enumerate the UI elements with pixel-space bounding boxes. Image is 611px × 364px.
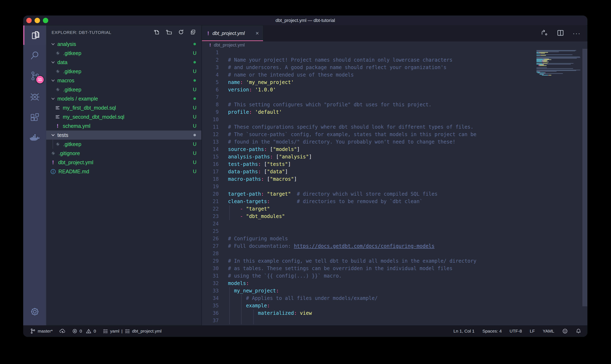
branch-indicator[interactable]: master* (30, 328, 53, 334)
tab-close-icon[interactable]: × (256, 30, 259, 36)
code-line-35[interactable]: 35 example: (202, 302, 536, 309)
code-line-28[interactable]: 28 (202, 250, 536, 257)
code-line-37[interactable]: 37 (202, 317, 536, 324)
code-line-21[interactable]: 21clean-targets: # directories to be rem… (202, 198, 536, 205)
activitybar-item-explorer[interactable] (23, 26, 46, 45)
code-line-31[interactable]: 31# using the `{{ config(...) }}` macro. (202, 272, 536, 280)
line-number: 15 (202, 153, 219, 160)
code-line-5[interactable]: 5name: 'my_new_project' (202, 78, 536, 86)
collapse-folders-icon[interactable] (190, 29, 196, 36)
code-line-36[interactable]: 36 materialized: view (202, 309, 536, 317)
minimize-window-button[interactable] (35, 18, 40, 23)
code-line-27[interactable]: 27# Full documentation: https://docs.get… (202, 242, 536, 250)
new-folder-icon[interactable] (166, 29, 172, 36)
code-line-1[interactable]: 1 (202, 49, 536, 56)
git-file-icon (50, 150, 56, 156)
tree-folder-macros[interactable]: macros (46, 76, 201, 85)
tree-file--gitignore[interactable]: .gitignoreU (46, 149, 201, 158)
tree-file--gitkeep[interactable]: .gitkeepU (46, 67, 201, 76)
refresh-icon[interactable] (178, 29, 184, 36)
code-line-34[interactable]: 34 # Applies to all files under models/e… (202, 295, 536, 302)
code-line-24[interactable]: 24 (202, 220, 536, 228)
editor-scrollbar[interactable] (583, 49, 587, 306)
code-line-33[interactable]: 33 my_new_project: (202, 287, 536, 295)
code-line-16[interactable]: 16test-paths: ["tests"] (202, 160, 536, 168)
activitybar-item-extensions[interactable] (23, 107, 46, 128)
workbench: 11 (23, 26, 587, 325)
activitybar-item-search[interactable] (23, 45, 46, 65)
zoom-window-button[interactable] (43, 18, 48, 23)
new-file-icon[interactable] (154, 29, 160, 36)
close-window-button[interactable] (26, 18, 32, 23)
code-line-4[interactable]: 4# name or the intended use of these mod… (202, 71, 536, 78)
code-line-10[interactable]: 10 (202, 116, 536, 123)
minimap[interactable] (536, 49, 582, 132)
sync-button[interactable] (59, 328, 66, 334)
split-editor-icon[interactable] (556, 29, 564, 38)
code-line-7[interactable]: 7 (202, 93, 536, 101)
git-decoration (188, 97, 201, 100)
tree-folder-data[interactable]: data (46, 58, 201, 67)
tree-file-my-second-dbt-model-sql[interactable]: my_second_dbt_model.sqlU (46, 112, 201, 121)
open-changes-icon[interactable] (540, 29, 548, 38)
more-actions-icon[interactable]: ··· (573, 30, 581, 37)
tree-file-readme-md[interactable]: README.mdU (46, 167, 201, 176)
tree-file-my-first-dbt-model-sql[interactable]: my_first_dbt_model.sqlU (46, 103, 201, 112)
language-mode-indicator[interactable]: YAML (543, 329, 554, 334)
code-text: version: '1.0.0' (228, 86, 276, 93)
activitybar-item-docker[interactable] (23, 128, 46, 148)
code-line-26[interactable]: 26# Configuring models (202, 235, 536, 242)
tree-file--gitkeep[interactable]: .gitkeepU (46, 140, 201, 149)
code-line-25[interactable]: 25 (202, 228, 536, 235)
untracked-badge: U (193, 159, 196, 165)
tree-item-label: data (57, 59, 68, 65)
code-line-30[interactable]: 30# as tables. These settings can be ove… (202, 265, 536, 272)
code-line-3[interactable]: 3# and underscores. A good package name … (202, 64, 536, 71)
code-line-12[interactable]: 12# The `source-paths` config, for examp… (202, 131, 536, 138)
code-line-2[interactable]: 2# Name your project! Project names shou… (202, 56, 536, 64)
code-line-14[interactable]: 14source-paths: ["models"] (202, 146, 536, 153)
tree-file--gitkeep[interactable]: .gitkeepU (46, 49, 201, 58)
git-file-icon (55, 87, 61, 92)
yaml-language-server-indicator[interactable]: yaml | dbt_project.yml (103, 328, 162, 334)
code-line-20[interactable]: 20target-path: "target" # directory whic… (202, 190, 536, 198)
code-line-32[interactable]: 32models: (202, 280, 536, 287)
tree-folder-models-example[interactable]: models / example (46, 94, 201, 103)
code-line-23[interactable]: 23 - "dbt_modules" (202, 213, 536, 220)
activitybar-item-settings[interactable] (23, 301, 46, 322)
tree-item-label: macros (57, 78, 74, 84)
code-text: models: (228, 280, 249, 287)
activitybar-item-source-control[interactable]: 11 (23, 65, 46, 86)
tree-file--gitkeep[interactable]: .gitkeepU (46, 85, 201, 94)
tree-file-schema-yml[interactable]: !schema.ymlU (46, 121, 201, 130)
eol-indicator[interactable]: LF (530, 329, 535, 334)
tree-folder-analysis[interactable]: analysis (46, 39, 201, 49)
breadcrumb[interactable]: ! dbt_project.yml (202, 41, 587, 49)
tree-file-dbt-project-yml[interactable]: !dbt_project.ymlU (46, 158, 201, 167)
git-file-icon (55, 50, 61, 56)
problems-indicator[interactable]: 0 0 (72, 328, 96, 334)
code-line-9[interactable]: 9profile: 'default' (202, 108, 536, 116)
code-line-11[interactable]: 11# These configurations specify where d… (202, 123, 536, 131)
tree-folder-tests[interactable]: tests (46, 130, 201, 140)
notifications-bell-icon[interactable] (576, 328, 581, 334)
feedback-smiley-icon[interactable] (562, 328, 568, 334)
activitybar-item-debug[interactable] (23, 86, 46, 107)
code-line-13[interactable]: 13# found in the "models/" directory. Yo… (202, 138, 536, 146)
tab-dbt-project-yml[interactable]: ! dbt_project.yml × (202, 26, 263, 41)
code-line-29[interactable]: 29# In this example config, we tell dbt … (202, 257, 536, 265)
code-line-18[interactable]: 18macro-paths: ["macros"] (202, 175, 536, 183)
code-line-8[interactable]: 8# This setting configures which "profil… (202, 101, 536, 108)
error-count: 0 (80, 329, 82, 334)
code-line-17[interactable]: 17data-paths: ["data"] (202, 168, 536, 175)
breadcrumb-file[interactable]: dbt_project.yml (214, 42, 245, 48)
code-line-22[interactable]: 22 - "target" (202, 205, 536, 213)
indentation-indicator[interactable]: Spaces: 4 (482, 329, 502, 334)
code-line-19[interactable]: 19 (202, 183, 536, 190)
encoding-indicator[interactable]: UTF-8 (510, 329, 522, 334)
code-line-6[interactable]: 6version: '1.0.0' (202, 86, 536, 93)
cursor-position[interactable]: Ln 1, Col 1 (453, 329, 474, 334)
code-line-15[interactable]: 15analysis-paths: ["analysis"] (202, 153, 536, 160)
window-title: dbt_project.yml — dbt-tutorial (276, 18, 335, 23)
code-editor[interactable]: 12# Name your project! Project names sho… (202, 49, 587, 325)
